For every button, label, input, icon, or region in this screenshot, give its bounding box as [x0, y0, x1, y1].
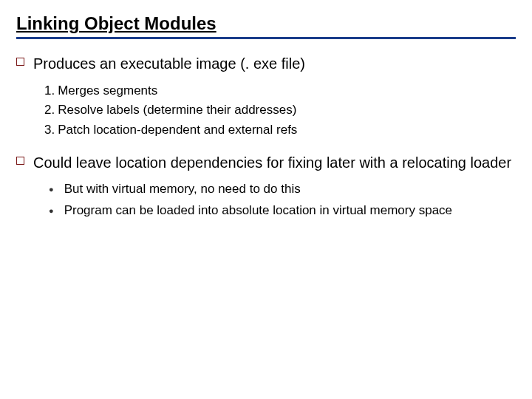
square-bullet-icon	[16, 58, 24, 66]
bullet-text: Could leave location dependencies for fi…	[33, 153, 511, 173]
numbered-text: Merges segments	[58, 81, 157, 100]
bullet-item: Produces an executable image (. exe file…	[16, 54, 516, 74]
square-bullet-icon	[16, 157, 24, 165]
slide-title: Linking Object Modules	[16, 13, 516, 39]
sub-text: But with virtual memory, no need to do t…	[64, 180, 301, 199]
numbered-item: 1. Merges segments	[44, 81, 516, 100]
bullet-item: Could leave location dependencies for fi…	[16, 153, 516, 173]
number-marker: 1.	[44, 81, 55, 100]
numbered-item: 3. Patch location-dependent and external…	[44, 120, 516, 140]
bullet-text: Produces an executable image (. exe file…	[33, 54, 305, 74]
sub-text: Program can be loaded into absolute loca…	[64, 202, 452, 220]
sub-item: ● But with virtual memory, no need to do…	[49, 180, 516, 199]
small-bullet-icon: ●	[49, 185, 54, 194]
number-marker: 3.	[44, 120, 55, 140]
sub-item: ● Program can be loaded into absolute lo…	[49, 202, 516, 220]
numbered-text: Resolve labels (determine their addresse…	[58, 100, 296, 120]
numbered-item: 2. Resolve labels (determine their addre…	[44, 100, 516, 120]
number-marker: 2.	[44, 100, 55, 120]
numbered-text: Patch location-dependent and external re…	[58, 120, 297, 140]
sub-list: ● But with virtual memory, no need to do…	[49, 180, 516, 219]
small-bullet-icon: ●	[49, 207, 54, 215]
numbered-list: 1. Merges segments 2. Resolve labels (de…	[44, 81, 516, 140]
